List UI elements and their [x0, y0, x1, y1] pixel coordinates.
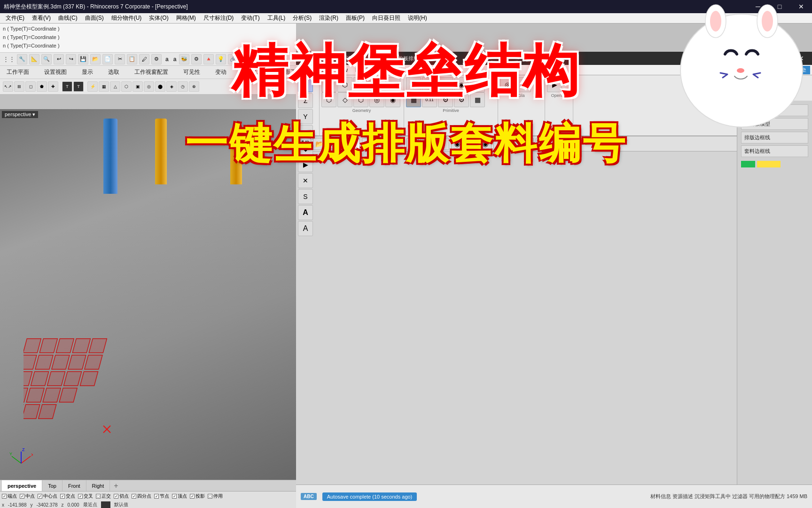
menu-panel[interactable]: 面板(P)	[342, 13, 368, 23]
snap-endpoint[interactable]: ✓ 端点	[2, 493, 17, 500]
tb-select[interactable]: 选取	[104, 68, 123, 76]
ts3-icon-6[interactable]: T	[62, 81, 72, 92]
gh-hex-btn[interactable]: ⬡	[522, 138, 534, 150]
snap-midpoint-check[interactable]: ✓	[20, 494, 24, 499]
gh-circle3-btn[interactable]: ◉	[536, 138, 548, 150]
gh-geo-icon-4[interactable]: ▲	[369, 77, 384, 92]
gh-add-btn[interactable]: ⊕	[406, 138, 419, 150]
gh-open-btn[interactable]: 📂	[313, 138, 325, 150]
gh-icon-a2[interactable]: A	[298, 221, 313, 236]
gh-red-x-btn[interactable]: ✕	[465, 138, 477, 150]
gh-geo-icon-8[interactable]: ⬡	[353, 92, 368, 107]
gh-geo-icon-3[interactable]: ◆	[353, 77, 368, 92]
gh-eye-btn[interactable]: 👁	[378, 138, 390, 150]
rhino-viewport[interactable]: X Y Z perspective ▾	[0, 109, 296, 480]
gh-zoom-select[interactable]: 47% ▾	[327, 139, 360, 149]
snap-knot-check[interactable]: ✓	[154, 494, 159, 499]
snap-project[interactable]: ✓ 投影	[190, 493, 205, 500]
menu-tools[interactable]: 工具(L)	[264, 13, 289, 23]
ts3-icon-1[interactable]: ↖↗	[3, 81, 13, 92]
gh-icon-s[interactable]: S	[298, 189, 313, 204]
ts3-icon-2[interactable]: ⊞	[14, 81, 24, 92]
snap-knot[interactable]: ✓ 节点	[154, 493, 169, 500]
tab-right[interactable]: Right	[86, 480, 110, 491]
tb-icon-4[interactable]: ↩	[54, 54, 64, 64]
ts3-icon-4[interactable]: ⬟	[37, 81, 47, 92]
tb-setview[interactable]: 设置视图	[40, 68, 70, 76]
tb-curvetools[interactable]: 曲线工具	[238, 68, 268, 76]
gh-circle-btn[interactable]: ◉	[451, 138, 463, 150]
menu-render[interactable]: 渲染(R)	[315, 13, 342, 23]
snap-tangent-check[interactable]: ✓	[114, 494, 118, 499]
gh-menu-view[interactable]: View	[332, 65, 351, 75]
menu-dim[interactable]: 尺寸标注(D)	[200, 13, 238, 23]
tb-icon-2[interactable]: 📐	[29, 54, 39, 64]
tb-icon-8[interactable]: 📄	[102, 54, 113, 64]
tab-perspective[interactable]: perspective	[2, 480, 42, 491]
tab-front[interactable]: Front	[62, 480, 86, 491]
menu-mesh[interactable]: 网格(M)	[172, 13, 200, 23]
ts3-icon-14[interactable]: ⬤	[155, 81, 165, 92]
gh-menu-edit[interactable]: Edit	[314, 65, 332, 75]
gh-gla-icon-1[interactable]: ◎	[500, 77, 515, 92]
viewport-label[interactable]: perspective ▾	[2, 111, 38, 118]
menu-help[interactable]: 说明(H)	[404, 13, 431, 23]
tb-icon-17[interactable]: 🔗	[228, 54, 238, 64]
ts3-icon-11[interactable]: ⬡	[121, 81, 132, 92]
ts3-icon-12[interactable]: ▣	[133, 81, 143, 92]
gh-x2-btn[interactable]: ✕	[493, 138, 506, 150]
gh-prim-icon-3[interactable]: Ang	[438, 77, 453, 92]
gh-prim-icon-1[interactable]: 7	[406, 77, 421, 92]
tb-visibility[interactable]: 可见性	[180, 68, 204, 76]
tb-icon-10[interactable]: 📋	[127, 54, 137, 64]
tb-icon-15[interactable]: 🔺	[203, 54, 214, 64]
gh-menu-solution[interactable]: Solution	[377, 65, 405, 75]
gh-menu-help[interactable]: Help	[406, 65, 425, 75]
gh-prim-icon-6[interactable]: ▦	[406, 92, 421, 107]
tb-transform[interactable]: 变动	[211, 68, 230, 76]
gh-icon-a1[interactable]: A	[298, 205, 313, 220]
tb-display[interactable]: 显示	[78, 68, 97, 76]
menu-file[interactable]: 文件(E)	[2, 13, 28, 23]
menu-curve[interactable]: 曲线(C)	[55, 13, 81, 23]
snap-ortho-check[interactable]: □	[96, 494, 101, 499]
ts3-icon-15[interactable]: ◈	[166, 81, 177, 92]
tb-icon-16[interactable]: 💡	[216, 54, 226, 64]
gh-geo-icon-9[interactable]: ◎	[369, 92, 384, 107]
ts3-icon-9[interactable]: ▦	[99, 81, 109, 92]
snap-cross-check[interactable]: ✓	[78, 494, 83, 499]
gh-geo-icon-1[interactable]: ⬡	[321, 77, 336, 92]
tb-workplane[interactable]: 工作平面	[3, 68, 33, 76]
ts3-icon-8[interactable]: ⚡	[87, 81, 98, 92]
tb-surfacetools[interactable]: 曲面工	[275, 68, 300, 76]
snap-center[interactable]: ✓ 中心点	[38, 493, 57, 500]
right-label-4[interactable]: 套料边框线	[741, 145, 808, 157]
gh-red-circle-btn[interactable]: ●	[508, 138, 520, 150]
snap-intersect-check[interactable]: ✓	[60, 494, 65, 499]
gh-save-btn[interactable]: 💾	[299, 138, 311, 150]
gh-icon-circle[interactable]: ●	[298, 77, 313, 92]
gh-gha-btn[interactable]: GHA	[423, 138, 435, 150]
menu-sun[interactable]: 向日葵日照	[368, 13, 404, 23]
tb-icon-5[interactable]: ↪	[66, 54, 76, 64]
menu-view[interactable]: 查看(V)	[28, 13, 55, 23]
snap-vertex[interactable]: ✓ 顶点	[172, 493, 187, 500]
gh-icon-y[interactable]: Y	[298, 109, 313, 124]
add-viewport-button[interactable]: +	[110, 482, 122, 490]
snap-project-check[interactable]: ✓	[190, 494, 195, 499]
gh-menu-autograph[interactable]: AutoGraph	[424, 65, 459, 75]
tb-viewconfig[interactable]: 工作视窗配置	[131, 68, 172, 76]
gh-icon-x[interactable]: ✕	[298, 173, 313, 188]
ts3-icon-3[interactable]: ◻	[25, 81, 36, 92]
gh-prim-icon-7[interactable]: 0.11	[422, 92, 437, 107]
gh-icon-sigma[interactable]: Σ	[298, 93, 313, 108]
tb-icon-3[interactable]: 🔍	[41, 54, 52, 64]
snap-tangent[interactable]: ✓ 切点	[114, 493, 129, 500]
menu-subd[interactable]: 细分物件(U)	[108, 13, 146, 23]
menu-surface[interactable]: 曲面(S)	[81, 13, 108, 23]
gh-geo-icon-10[interactable]: ◉	[385, 92, 400, 107]
snap-quad[interactable]: ✓ 四分点	[132, 493, 151, 500]
tab-top[interactable]: Top	[42, 480, 62, 491]
gh-edit-btn[interactable]: ✏	[392, 138, 405, 150]
gh-prim-icon-8[interactable]: ⚙	[438, 92, 453, 107]
